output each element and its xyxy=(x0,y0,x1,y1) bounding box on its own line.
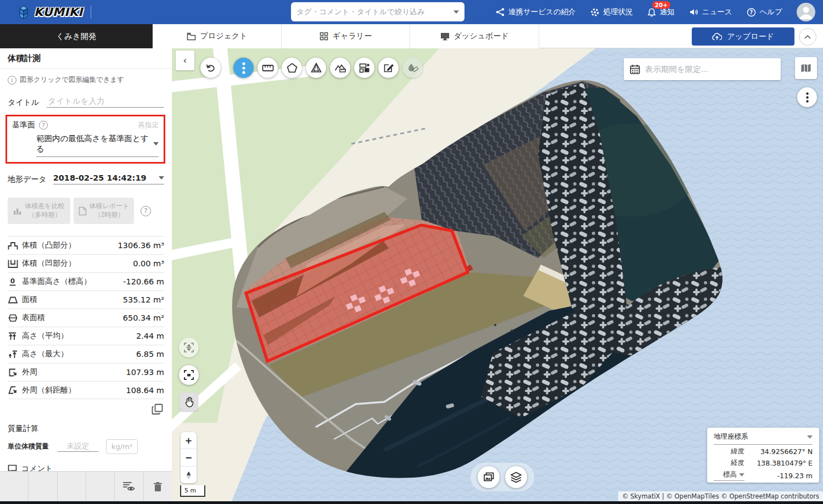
brand-separator xyxy=(91,5,91,19)
info-icon: i xyxy=(8,76,16,85)
kumiki-logo[interactable]: KUMIKI xyxy=(16,5,91,19)
nav-item-processing[interactable]: 処理状況 xyxy=(590,7,633,17)
bell-icon xyxy=(647,8,656,17)
elevation-profile-button[interactable] xyxy=(330,58,350,78)
upload-button[interactable]: アップロード xyxy=(692,27,794,46)
hint-text: 図形クリックで図形編集できます xyxy=(20,75,124,85)
toolbar-slot-2[interactable] xyxy=(29,472,57,501)
terrain-data-row: 地形データ 2018-02-25 14:42:19 xyxy=(8,173,164,184)
volume-measurement-panel: 体積計測 i 図形クリックで図形編集できます タイトル 基準面 ? 再指定 範囲… xyxy=(0,48,172,504)
surface-area-icon xyxy=(8,313,18,323)
slope-perimeter-icon xyxy=(8,385,18,395)
compare-layers-button[interactable] xyxy=(354,58,374,78)
date-filter-input[interactable] xyxy=(645,65,775,74)
imagery-toggle-button[interactable] xyxy=(478,466,500,488)
nav-item-notifications[interactable]: 通知 20+ xyxy=(647,7,675,17)
coordinate-system-label: 地理座標系 xyxy=(714,432,748,441)
nav-item-news[interactable]: ニュース xyxy=(689,7,732,17)
zoom-in-button[interactable]: + xyxy=(181,432,197,449)
delete-button[interactable] xyxy=(144,472,172,501)
annotate-icon xyxy=(383,63,394,73)
fit-view-button[interactable] xyxy=(179,365,199,385)
top-navigation-bar: KUMIKI 連携サービスの紹介 処理状況 通知 20+ ニュー xyxy=(0,0,823,24)
toolbar-slot-1[interactable] xyxy=(0,472,29,501)
layers-button[interactable] xyxy=(505,466,527,488)
collapse-header-button[interactable] xyxy=(799,28,816,46)
toolbar-slot-4[interactable] xyxy=(86,472,115,501)
terrain-select[interactable]: 2018-02-25 14:42:19 xyxy=(53,173,164,184)
altitude-value: -119.23 m xyxy=(744,472,813,480)
compare-volume-button[interactable]: 体積差を比較（多時期） xyxy=(8,198,70,224)
user-avatar[interactable] xyxy=(797,3,815,21)
polygon-icon xyxy=(287,63,298,73)
active-tool-menu-button[interactable] xyxy=(233,58,254,78)
svg-text:?: ? xyxy=(749,9,753,15)
tab-project-name[interactable]: くみき開発 xyxy=(0,24,153,48)
undo-button[interactable] xyxy=(200,58,221,78)
edit-hint: i 図形クリックで図形編集できます xyxy=(8,75,164,85)
person-icon xyxy=(797,3,815,21)
hand-icon xyxy=(184,396,194,407)
map-canvas[interactable]: ‹ xyxy=(172,48,823,504)
unit-mass-unit: kg/m³ xyxy=(106,439,138,454)
nav-item-help[interactable]: ? ヘルプ xyxy=(747,7,782,17)
metric-row-area: 面積 535.12 m² xyxy=(8,290,164,309)
nav-item-services[interactable]: 連携サービスの紹介 xyxy=(496,7,576,17)
help-circle-icon[interactable]: ? xyxy=(141,206,151,216)
terrain-label: 地形データ xyxy=(8,175,47,184)
gear-icon xyxy=(590,8,600,17)
tab-gallery[interactable]: ギャラリー xyxy=(282,24,410,48)
move-shape-button[interactable] xyxy=(179,338,199,357)
annotate-button[interactable] xyxy=(378,58,399,78)
global-search[interactable] xyxy=(291,2,464,21)
report-buttons-row: 体積差を比較（多時期） 体積レポート（2時期） ? xyxy=(8,198,164,224)
unit-mass-label: 単位体積質量 xyxy=(8,442,49,451)
pan-tool-button[interactable] xyxy=(180,393,198,411)
grid-icon xyxy=(320,32,328,41)
zoom-out-button[interactable]: − xyxy=(181,449,197,466)
tilt-down-icon: ▼ xyxy=(187,475,191,479)
respecify-button[interactable]: 再指定 xyxy=(138,121,159,130)
metric-row-height-average: 高さ（平均） 2.44 m xyxy=(8,327,164,345)
help-circle-icon[interactable]: ? xyxy=(39,121,48,130)
map-more-menu-button[interactable] xyxy=(797,87,817,107)
search-input[interactable] xyxy=(296,8,454,16)
tab-label: ダッシュボード xyxy=(454,31,509,41)
toggle-visibility-button[interactable] xyxy=(115,472,143,501)
title-input[interactable] xyxy=(47,96,164,108)
list-visibility-icon xyxy=(122,481,136,492)
texture-measure-button[interactable] xyxy=(402,58,423,78)
ruler-icon xyxy=(262,64,274,72)
tab-projects[interactable]: プロジェクト xyxy=(153,24,282,48)
date-filter[interactable] xyxy=(624,58,781,80)
metrics-table: 体積（凸部分） 1306.36 m³ 体積（凹部分） 0.00 m³ 0 基準面… xyxy=(8,236,164,399)
volume-icon xyxy=(311,63,322,73)
measure-distance-button[interactable] xyxy=(257,58,278,78)
altitude-select[interactable]: 標高 xyxy=(714,470,744,481)
base-plane-label: 基準面 xyxy=(12,120,35,130)
measure-volume-button[interactable] xyxy=(306,58,326,78)
volume-report-button[interactable]: 体積レポート（2時期） xyxy=(74,198,134,224)
coordinate-system-select[interactable]: 地理座標系 xyxy=(714,432,813,445)
base-plane-selected-value: 範囲内の最低高さを基準面とする xyxy=(36,133,149,154)
base-plane-select[interactable]: 範囲内の最低高さを基準面とする xyxy=(36,133,159,157)
tab-dashboard[interactable]: ダッシュボード xyxy=(410,24,539,48)
chevron-down-icon[interactable] xyxy=(454,10,459,14)
metric-row-convex-volume: 体積（凸部分） 1306.36 m³ xyxy=(8,236,164,254)
layers-icon xyxy=(510,472,522,483)
latitude-row: 緯度 34.9256627° N xyxy=(714,447,813,456)
sidebar-collapse-button[interactable]: ‹ xyxy=(176,51,194,70)
toolbar-slot-3[interactable] xyxy=(58,472,86,501)
convex-volume-icon xyxy=(8,241,18,250)
measure-polygon-button[interactable] xyxy=(282,58,302,78)
sidebar-bottom-toolbar xyxy=(0,471,172,501)
map-scale-bar: 5 m xyxy=(180,485,205,497)
height-max-icon xyxy=(8,350,18,359)
tilt-control[interactable]: ▲▼ xyxy=(181,467,197,483)
metric-row-slope-perimeter: 外周（斜距離） 108.64 m xyxy=(8,381,164,399)
perimeter-icon xyxy=(8,368,18,377)
map-style-button[interactable] xyxy=(795,57,817,79)
chevron-down-icon xyxy=(153,142,159,145)
unit-mass-input[interactable] xyxy=(58,442,98,452)
copy-icon[interactable] xyxy=(152,404,163,415)
